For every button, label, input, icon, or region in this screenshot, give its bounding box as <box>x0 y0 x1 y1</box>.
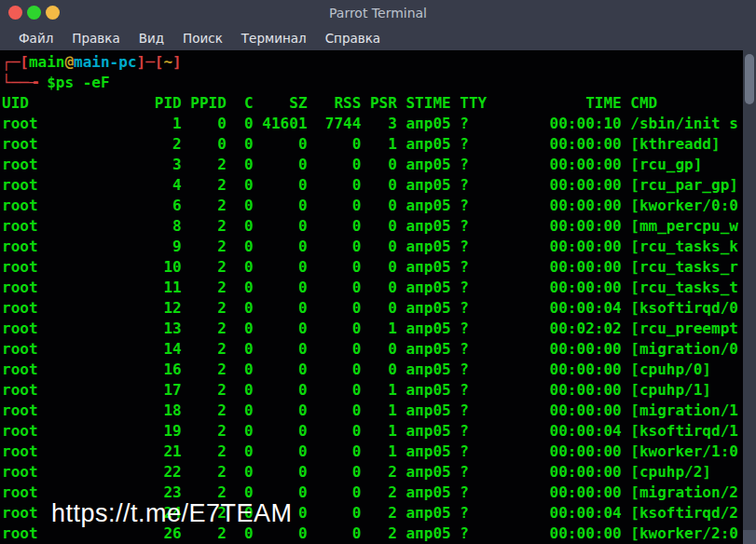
ps-row: root 9 2 0 0 0 0 апр05 ? 00:00:00 [rcu_t… <box>2 237 743 257</box>
prompt-line-1: ┌─[main@main-pc]─[~] <box>2 52 743 73</box>
ps-row: root 2 0 0 0 0 1 апр05 ? 00:00:00 [kthre… <box>2 134 743 155</box>
menu-terminal[interactable]: Терминал <box>232 29 316 48</box>
titlebar: Parrot Terminal <box>0 0 756 26</box>
scrollbar-thumb[interactable] <box>745 54 754 104</box>
ps-row: root 17 2 0 0 0 1 апр05 ? 00:00:00 [cpuh… <box>2 380 743 401</box>
ps-row: root 23 2 0 0 0 2 апр05 ? 00:00:00 [migr… <box>2 483 743 503</box>
prompt-command-line: └──╼ $ps -eF <box>2 73 743 93</box>
menu-search[interactable]: Поиск <box>173 29 232 48</box>
scrollbar-bottom-cap <box>743 530 756 544</box>
scrollbar-track[interactable] <box>743 50 756 544</box>
ps-row: root 1 0 0 41601 7744 3 апр05 ? 00:00:10… <box>2 114 743 134</box>
menu-edit[interactable]: Правка <box>62 29 129 48</box>
ps-row: root 24 2 0 0 0 2 апр05 ? 00:00:04 [ksof… <box>2 503 743 524</box>
ps-header-line: UID PID PPID C SZ RSS PSR STIME TTY TIME… <box>2 93 743 114</box>
traffic-lights <box>8 6 60 20</box>
close-icon[interactable] <box>8 6 22 20</box>
minimize-icon[interactable] <box>27 6 41 20</box>
menu-view[interactable]: Вид <box>130 29 173 48</box>
ps-row: root 18 2 0 0 0 1 апр05 ? 00:00:00 [migr… <box>2 401 743 421</box>
ps-row: root 13 2 0 0 0 1 апр05 ? 00:02:02 [rcu_… <box>2 319 743 339</box>
ps-row: root 16 2 0 0 0 0 апр05 ? 00:00:00 [cpuh… <box>2 360 743 380</box>
terminal-screen[interactable]: ┌─[main@main-pc]─[~]└──╼ $ps -eFUID PID … <box>2 52 743 544</box>
ps-row: root 21 2 0 0 0 1 апр05 ? 00:00:00 [kwor… <box>2 442 743 462</box>
ps-row: root 26 2 0 0 0 2 апр05 ? 00:00:00 [kwor… <box>2 524 743 544</box>
ps-row: root 8 2 0 0 0 0 апр05 ? 00:00:00 [mm_pe… <box>2 216 743 237</box>
ps-row: root 14 2 0 0 0 0 апр05 ? 00:00:00 [migr… <box>2 339 743 360</box>
maximize-icon[interactable] <box>46 6 60 20</box>
ps-row: root 6 2 0 0 0 0 апр05 ? 00:00:00 [kwork… <box>2 196 743 216</box>
ps-row: root 12 2 0 0 0 0 апр05 ? 00:00:04 [ksof… <box>2 298 743 319</box>
ps-row: root 22 2 0 0 0 2 апр05 ? 00:00:00 [cpuh… <box>2 462 743 483</box>
ps-row: root 19 2 0 0 0 1 апр05 ? 00:00:04 [ksof… <box>2 421 743 442</box>
ps-row: root 11 2 0 0 0 0 апр05 ? 00:00:00 [rcu_… <box>2 278 743 298</box>
ps-row: root 3 2 0 0 0 0 апр05 ? 00:00:00 [rcu_g… <box>2 155 743 175</box>
menu-help[interactable]: Справка <box>316 29 390 48</box>
window-title: Parrot Terminal <box>329 6 427 20</box>
ps-row: root 10 2 0 0 0 0 апр05 ? 00:00:00 [rcu_… <box>2 257 743 278</box>
menubar: Файл Правка Вид Поиск Терминал Справка <box>0 26 756 50</box>
menu-file[interactable]: Файл <box>9 29 62 48</box>
terminal-window: ┌─[main@main-pc]─[~]└──╼ $ps -eFUID PID … <box>0 50 756 544</box>
ps-row: root 4 2 0 0 0 0 апр05 ? 00:00:00 [rcu_p… <box>2 175 743 196</box>
